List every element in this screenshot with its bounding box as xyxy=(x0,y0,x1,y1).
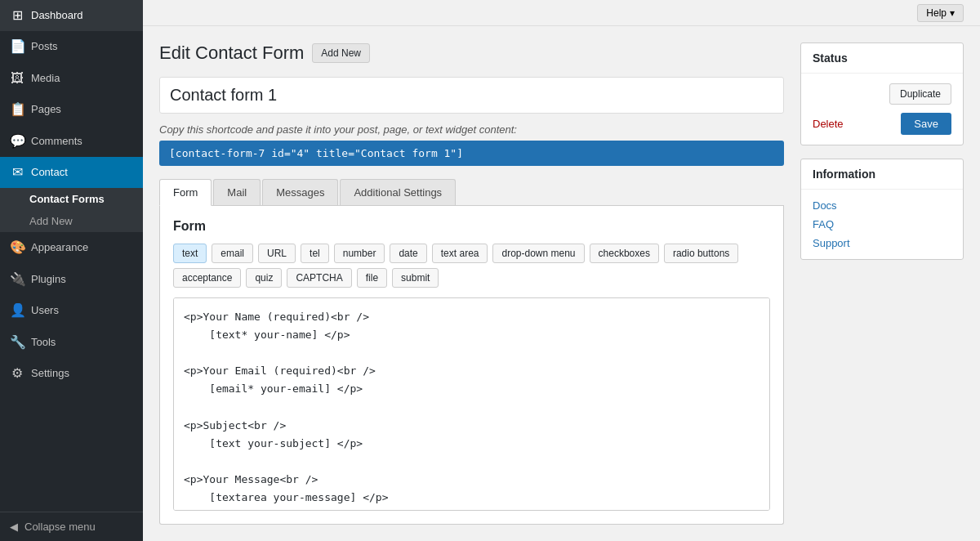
sidebar-item-label: Plugins xyxy=(31,272,66,287)
sidebar-item-label: Comments xyxy=(31,134,82,149)
tag-btn-dropdown[interactable]: drop-down menu xyxy=(492,244,584,263)
settings-icon: ⚙ xyxy=(10,364,24,382)
delete-save-row: Delete Save xyxy=(813,113,951,135)
sidebar-item-label: Settings xyxy=(31,366,69,381)
sidebar-item-comments[interactable]: 💬 Comments xyxy=(0,126,143,157)
tag-btn-url[interactable]: URL xyxy=(258,244,296,263)
status-widget-title: Status xyxy=(801,43,963,74)
contact-submenu: Contact Forms Add New xyxy=(0,188,143,232)
topbar: Help ▾ xyxy=(143,0,980,26)
plugins-icon: 🔌 xyxy=(10,270,24,288)
help-button[interactable]: Help ▾ xyxy=(917,4,964,22)
posts-icon: 📄 xyxy=(10,38,24,56)
tab-additional-settings[interactable]: Additional Settings xyxy=(340,179,456,205)
tag-btn-date[interactable]: date xyxy=(390,244,426,263)
information-widget-title: Information xyxy=(801,159,963,190)
sidebar-item-appearance[interactable]: 🎨 Appearance xyxy=(0,232,143,263)
sidebar-item-label: Media xyxy=(31,71,60,86)
duplicate-row: Duplicate xyxy=(813,83,951,105)
tab-mail[interactable]: Mail xyxy=(213,179,261,205)
sidebar: ⊞ Dashboard 📄 Posts 🖼 Media 📋 Pages 💬 Co… xyxy=(0,0,143,541)
tabs-row: Form Mail Messages Additional Settings xyxy=(159,179,784,206)
tag-btn-submit[interactable]: submit xyxy=(392,268,439,288)
sidebar-item-pages[interactable]: 📋 Pages xyxy=(0,94,143,125)
sidebar-item-contact[interactable]: ✉ Contact xyxy=(0,157,143,188)
tag-btn-checkboxes[interactable]: checkboxes xyxy=(590,244,659,263)
pages-icon: 📋 xyxy=(10,101,24,118)
sidebar-item-settings[interactable]: ⚙ Settings xyxy=(0,358,143,389)
dashboard-icon: ⊞ xyxy=(10,7,24,25)
sidebar-item-dashboard[interactable]: ⊞ Dashboard xyxy=(0,0,143,31)
shortcode-box[interactable]: [contact-form-7 id="4" title="Contact fo… xyxy=(159,141,784,166)
sidebar-item-label: Users xyxy=(31,303,59,318)
sidebar-item-label: Pages xyxy=(31,102,61,117)
main-content: Help ▾ Edit Contact Form Add New Copy th… xyxy=(143,0,980,541)
right-sidebar: Status Duplicate Delete Save Information xyxy=(800,42,964,525)
save-button[interactable]: Save xyxy=(901,113,951,135)
duplicate-button[interactable]: Duplicate xyxy=(889,83,951,105)
comments-icon: 💬 xyxy=(10,132,24,150)
sidebar-item-media[interactable]: 🖼 Media xyxy=(0,63,143,94)
tag-btn-number[interactable]: number xyxy=(334,244,385,263)
tag-btn-tel[interactable]: tel xyxy=(301,244,329,263)
docs-link[interactable]: Docs xyxy=(813,199,951,212)
form-code-editor[interactable] xyxy=(173,297,770,511)
page-title-row: Edit Contact Form Add New xyxy=(159,42,784,64)
left-panel: Edit Contact Form Add New Copy this shor… xyxy=(159,42,784,525)
tab-messages[interactable]: Messages xyxy=(262,179,338,205)
sidebar-item-label: Appearance xyxy=(31,240,88,255)
sidebar-item-label: Posts xyxy=(31,39,58,54)
add-new-button[interactable]: Add New xyxy=(312,43,370,63)
sidebar-item-add-new[interactable]: Add New xyxy=(0,210,143,232)
form-editor-panel: Form text email URL tel number date text… xyxy=(159,206,784,525)
status-widget-body: Duplicate Delete Save xyxy=(801,74,963,145)
users-icon: 👤 xyxy=(10,302,24,320)
collapse-label: Collapse menu xyxy=(24,521,96,533)
sidebar-item-contact-forms[interactable]: Contact Forms xyxy=(0,188,143,210)
sidebar-item-plugins[interactable]: 🔌 Plugins xyxy=(0,264,143,295)
sidebar-item-label: Tools xyxy=(31,335,56,350)
tag-btn-captcha[interactable]: CAPTCHA xyxy=(287,268,351,288)
information-widget-body: Docs FAQ Support xyxy=(801,190,963,259)
tab-form[interactable]: Form xyxy=(159,179,212,206)
contact-icon: ✉ xyxy=(10,163,24,181)
support-link[interactable]: Support xyxy=(813,237,951,249)
form-name-input[interactable] xyxy=(159,77,784,114)
tag-btn-text[interactable]: text xyxy=(173,244,207,263)
tools-icon: 🔧 xyxy=(10,333,24,351)
status-widget: Status Duplicate Delete Save xyxy=(800,42,964,145)
sidebar-item-label: Dashboard xyxy=(31,8,83,23)
shortcode-label: Copy this shortcode and paste it into yo… xyxy=(159,123,784,136)
media-icon: 🖼 xyxy=(10,69,24,87)
sidebar-item-tools[interactable]: 🔧 Tools xyxy=(0,327,143,358)
sidebar-item-posts[interactable]: 📄 Posts xyxy=(0,31,143,62)
form-editor-title: Form xyxy=(173,219,770,234)
help-chevron-icon: ▾ xyxy=(950,7,955,19)
help-label: Help xyxy=(926,7,947,19)
tag-btn-quiz[interactable]: quiz xyxy=(246,268,282,288)
tag-btn-textarea[interactable]: text area xyxy=(432,244,488,263)
tag-btn-file[interactable]: file xyxy=(357,268,387,288)
tag-btn-radio[interactable]: radio buttons xyxy=(664,244,738,263)
collapse-menu-button[interactable]: ◀ Collapse menu xyxy=(0,512,143,541)
appearance-icon: 🎨 xyxy=(10,239,24,257)
tag-btn-acceptance[interactable]: acceptance xyxy=(173,268,241,288)
page-title: Edit Contact Form xyxy=(159,42,304,64)
sidebar-item-label: Contact xyxy=(31,165,68,180)
collapse-icon: ◀ xyxy=(10,521,18,533)
delete-link[interactable]: Delete xyxy=(813,118,844,130)
content-area: Edit Contact Form Add New Copy this shor… xyxy=(143,26,980,541)
tag-buttons-row: text email URL tel number date text area… xyxy=(173,244,770,288)
faq-link[interactable]: FAQ xyxy=(813,218,951,230)
tag-btn-email[interactable]: email xyxy=(212,244,253,263)
sidebar-item-users[interactable]: 👤 Users xyxy=(0,295,143,326)
information-widget: Information Docs FAQ Support xyxy=(800,159,964,260)
